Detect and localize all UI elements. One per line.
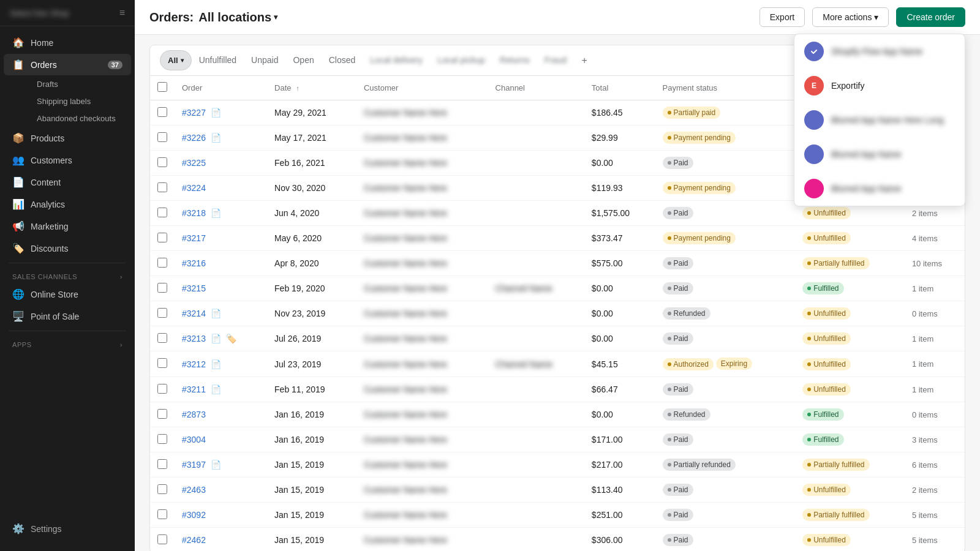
tab-returns[interactable]: Returns [492, 48, 537, 73]
sidebar-item-shipping-labels[interactable]: Shipping labels [31, 93, 131, 110]
app-avatar [804, 179, 824, 198]
document-icon: 📄 [211, 384, 221, 394]
row-checkbox[interactable] [157, 308, 167, 318]
row-checkbox[interactable] [157, 233, 167, 242]
more-actions-button[interactable]: More actions ▾ [812, 7, 889, 27]
row-checkbox[interactable] [157, 484, 167, 494]
add-tab-button[interactable]: + [576, 50, 592, 71]
row-checkbox[interactable] [157, 182, 167, 192]
order-number[interactable]: #3004 [182, 435, 206, 444]
sidebar-item-abandoned-checkouts[interactable]: Abandoned checkouts [31, 110, 131, 127]
order-number[interactable]: #2873 [182, 410, 206, 419]
order-number[interactable]: #3214 [182, 309, 206, 318]
dropdown-item-app2[interactable]: Blurred App Name Here Long [794, 103, 965, 137]
row-checkbox[interactable] [157, 132, 167, 142]
sidebar-item-customers[interactable]: 👥 Customers [4, 149, 131, 171]
order-channel [488, 478, 584, 503]
dropdown-item-shopify-flow[interactable]: Shopify Flow App Name [794, 34, 965, 69]
sidebar-item-online-store[interactable]: 🌐 Online Store [4, 283, 131, 305]
tab-fraud[interactable]: Fraud [537, 48, 575, 73]
dropdown-item-app4[interactable]: Blurred App Name [794, 171, 965, 206]
order-number[interactable]: #3218 [182, 208, 206, 218]
order-date: Apr 8, 2020 [267, 251, 356, 276]
row-checkbox[interactable] [157, 258, 167, 268]
payment-badge: Paid [663, 433, 693, 446]
row-checkbox[interactable] [157, 409, 167, 419]
tag-icon: 🏷️ [226, 334, 236, 343]
sidebar-item-drafts[interactable]: Drafts [31, 76, 131, 92]
order-date: Jan 15, 2019 [267, 528, 356, 552]
order-number[interactable]: #3215 [182, 283, 206, 293]
order-number[interactable]: #3211 [182, 384, 206, 394]
order-customer: Customer Name Here [356, 528, 488, 552]
row-checkbox[interactable] [157, 358, 167, 368]
sidebar-item-content[interactable]: 📄 Content [4, 171, 131, 193]
order-number[interactable]: #3225 [182, 158, 206, 168]
row-checkbox[interactable] [157, 333, 167, 343]
select-all-header[interactable] [150, 76, 175, 100]
row-checkbox[interactable] [157, 459, 167, 469]
order-fulfillment-status: Fulfilled [795, 276, 905, 301]
payment-badge: Payment pending [663, 182, 736, 194]
sidebar-item-pos[interactable]: 🖥️ Point of Sale [4, 305, 131, 327]
order-number[interactable]: #3226 [182, 133, 206, 143]
order-number[interactable]: #2463 [182, 485, 206, 495]
sidebar-toggle-icon[interactable]: ≡ [119, 7, 125, 18]
order-number[interactable]: #3227 [182, 108, 206, 118]
document-icon: 📄 [211, 133, 221, 143]
tab-local-delivery[interactable]: Local delivery [363, 48, 430, 73]
badge-dot [668, 312, 671, 315]
row-checkbox[interactable] [157, 107, 167, 117]
order-number[interactable]: #3217 [182, 233, 206, 243]
location-dropdown[interactable]: All locations ▾ [198, 10, 277, 24]
badge-dot [807, 287, 811, 290]
svg-point-1 [809, 115, 819, 125]
sidebar-item-analytics[interactable]: 📊 Analytics [4, 193, 131, 215]
orders-icon: 📋 [12, 59, 24, 70]
order-number[interactable]: #3213 [182, 334, 206, 343]
order-payment-status: Paid [655, 503, 796, 528]
select-all-checkbox[interactable] [157, 82, 167, 92]
svg-point-2 [809, 149, 819, 159]
order-date: Jul 23, 2019 [267, 351, 356, 377]
document-icon: 📄 [211, 334, 221, 343]
sidebar-item-label: Products [31, 133, 123, 143]
order-channel [488, 528, 584, 552]
row-checkbox[interactable] [157, 208, 167, 217]
order-channel [488, 326, 584, 351]
order-number[interactable]: #3092 [182, 510, 206, 520]
row-checkbox[interactable] [157, 534, 167, 544]
order-number[interactable]: #3224 [182, 183, 206, 193]
sidebar-item-discounts[interactable]: 🏷️ Discounts [4, 238, 131, 259]
tab-unfulfilled[interactable]: Unfulfilled [192, 48, 244, 73]
order-number[interactable]: #3212 [182, 359, 206, 369]
tab-local-pickup[interactable]: Local pickup [430, 48, 492, 73]
order-number[interactable]: #3216 [182, 258, 206, 268]
tab-closed[interactable]: Closed [322, 48, 363, 73]
order-number[interactable]: #3197 [182, 460, 206, 470]
app-avatar [804, 110, 824, 130]
sidebar-item-marketing[interactable]: 📢 Marketing [4, 216, 131, 237]
sidebar-item-settings[interactable]: ⚙️ Settings [4, 517, 131, 541]
discounts-icon: 🏷️ [12, 242, 24, 254]
create-order-button[interactable]: Create order [896, 7, 965, 27]
col-date[interactable]: Date ↑ [267, 76, 356, 100]
order-items: 4 items [905, 226, 965, 251]
tab-unpaid[interactable]: Unpaid [244, 48, 285, 73]
order-fulfillment-status: Unfulfilled [795, 478, 905, 503]
dropdown-item-exportify[interactable]: E Exportify [794, 69, 965, 103]
order-number[interactable]: #2462 [182, 535, 206, 545]
sidebar-item-home[interactable]: 🏠 Home [4, 32, 131, 53]
sidebar-item-products[interactable]: 📦 Products [4, 127, 131, 149]
sidebar-item-orders[interactable]: 📋 Orders 37 [4, 54, 131, 75]
row-checkbox[interactable] [157, 283, 167, 293]
row-checkbox[interactable] [157, 434, 167, 444]
row-checkbox[interactable] [157, 384, 167, 394]
export-button[interactable]: Export [760, 7, 805, 27]
dropdown-item-app3[interactable]: Blurred App Name [794, 137, 965, 171]
tab-all[interactable]: All ▾ [160, 50, 192, 70]
order-customer: Customer Name Here [356, 276, 488, 301]
row-checkbox[interactable] [157, 509, 167, 519]
tab-open[interactable]: Open [285, 48, 321, 73]
row-checkbox[interactable] [157, 157, 167, 167]
